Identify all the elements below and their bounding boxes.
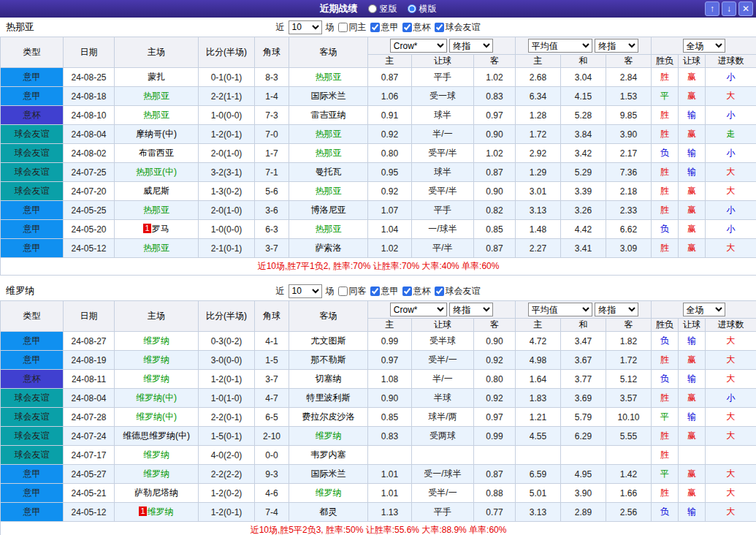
home-team-name[interactable]: 维罗纳 [143,373,169,384]
away-team-name[interactable]: 韦罗内塞 [311,449,346,460]
odds-stage-select[interactable]: 终指 [449,303,493,316]
col-odds-home: 主 [368,319,412,332]
home-team-name[interactable]: 维罗纳 [143,335,169,346]
result-wdl: 胜 [652,125,679,144]
serie-a-checkbox[interactable] [370,23,380,32]
match-row: 意甲24-08-18热那亚2-2(1-1)1-4国际米兰1.06受一球0.836… [1,87,756,106]
away-team-name[interactable]: 热那亚 [316,129,342,139]
corner-count: 4-1 [255,332,289,351]
same-venue-filter[interactable]: 同主 [338,21,367,34]
scroll-down-icon[interactable]: ↓ [722,1,736,16]
home-team-name[interactable]: 威尼斯 [143,186,169,196]
away-team-cell: 国际米兰 [289,87,368,106]
matches-table: 类型 日期 主场 比分(半场) 角球 客场 Crow* 终指 平均值 终指 全场 [0,37,756,276]
away-team-name[interactable]: 国际米兰 [311,91,346,101]
rank-badge: 1 [139,506,146,516]
horizontal-radio-input[interactable] [408,4,416,13]
bookmaker-select[interactable]: Crow* [390,39,447,53]
layout-horizontal-radio[interactable]: 横版 [408,3,437,15]
away-team-name[interactable]: 特里波利斯 [307,392,351,403]
league-filter-coppa[interactable]: 意杯 [402,285,431,297]
home-team-name[interactable]: 维罗纳(中) [136,411,177,422]
home-team-name[interactable]: 维罗纳(中) [136,392,177,403]
home-team-name[interactable]: 维罗纳 [143,354,169,365]
home-team-cell: 维罗纳(中) [115,408,199,427]
avg-draw: 3.47 [561,332,606,351]
fulltime-select[interactable]: 全场 [683,39,725,53]
bookmaker-select[interactable]: Crow* [390,303,447,316]
away-team-name[interactable]: 博洛尼亚 [311,205,346,215]
average-select[interactable]: 平均值 [528,39,592,53]
home-team-name[interactable]: 维罗纳 [143,449,169,460]
friendly-checkbox[interactable] [435,287,444,296]
match-date: 24-05-20 [64,220,115,239]
coppa-checkbox[interactable] [402,287,412,296]
result-wdl: 胜 [652,163,679,182]
home-team-name[interactable]: 维罗纳 [143,468,169,479]
coppa-checkbox[interactable] [402,23,412,32]
away-team-name[interactable]: 维罗纳 [316,430,342,441]
home-team-name[interactable]: 热那亚(中) [136,167,177,177]
corner-count: 0-0 [255,446,289,465]
vertical-radio-input[interactable] [368,4,377,13]
league-filter-friendly[interactable]: 球会友谊 [435,21,481,34]
match-count-select[interactable]: 10 [289,284,322,298]
away-team-name[interactable]: 雷吉亚纳 [311,110,346,120]
same-venue-checkbox[interactable] [338,287,348,296]
home-team-name[interactable]: 萨勒尼塔纳 [134,487,178,498]
home-team-name[interactable]: 摩纳哥(中) [136,129,177,139]
corner-count: 4-7 [255,389,289,408]
league-filter-coppa[interactable]: 意杯 [402,21,431,34]
away-team-name[interactable]: 都灵 [320,506,337,517]
avg-stage-select[interactable]: 终指 [595,39,638,53]
friendly-checkbox[interactable] [435,23,444,32]
away-team-name[interactable]: 切塞纳 [316,373,342,384]
away-team-name[interactable]: 费拉尔皮沙洛 [302,411,355,422]
home-team-name[interactable]: 热那亚 [143,91,169,101]
away-team-name[interactable]: 维罗纳 [316,487,342,498]
away-team-name[interactable]: 热那亚 [316,186,342,196]
away-team-name[interactable]: 国际米兰 [311,468,346,479]
league-filter-friendly[interactable]: 球会友谊 [435,285,481,297]
away-team-name[interactable]: 热那亚 [316,148,342,158]
match-score: 3-2(3-1) [199,163,255,182]
away-team-name[interactable]: 萨索洛 [316,243,342,253]
match-score: 1-2(0-1) [199,125,255,144]
match-date: 24-05-12 [64,503,115,522]
same-venue-filter[interactable]: 同客 [338,285,367,297]
home-team-name[interactable]: 蒙扎 [148,72,165,82]
away-team-name[interactable]: 那不勒斯 [311,354,346,365]
result-goals: 大 [706,239,756,258]
away-team-name[interactable]: 热那亚 [316,224,342,234]
home-team-name[interactable]: 热那亚 [143,110,169,120]
avg-draw: 3.69 [561,389,606,408]
home-team-name[interactable]: 热那亚 [143,205,169,215]
league-filter-serie-a[interactable]: 意甲 [370,21,399,34]
fulltime-select[interactable]: 全场 [683,303,725,316]
home-team-name[interactable]: 维德思维罗纳(中) [123,430,190,441]
away-team-name[interactable]: 热那亚 [316,72,342,82]
average-select[interactable]: 平均值 [528,303,592,316]
avg-draw: 4.95 [561,465,606,484]
league-filter-serie-a[interactable]: 意甲 [370,285,399,297]
avg-stage-select[interactable]: 终指 [595,303,638,316]
home-team-name[interactable]: 热那亚 [143,243,169,253]
match-count-select[interactable]: 10 [289,20,322,34]
match-score: 1-3(0-2) [199,182,255,201]
result-goals: 小 [706,220,756,239]
odds-away: 0.97 [474,106,516,125]
home-team-name[interactable]: 维罗纳 [148,506,174,517]
odds-handicap: 受半球 [412,332,474,351]
close-icon[interactable]: ✕ [738,1,753,16]
odds-stage-select[interactable]: 终指 [449,39,493,53]
away-team-name[interactable]: 曼托瓦 [316,167,342,177]
home-team-name[interactable]: 罗马 [152,224,169,234]
layout-vertical-radio[interactable]: 竖版 [368,3,397,15]
home-team-name[interactable]: 布雷西亚 [139,148,174,158]
scroll-up-icon[interactable]: ↑ [705,1,719,16]
away-team-name[interactable]: 尤文图斯 [311,335,346,346]
match-score: 2-0(1-0) [199,201,255,220]
serie-a-checkbox[interactable] [370,287,380,296]
same-venue-checkbox[interactable] [338,23,348,32]
match-type: 球会友谊 [1,125,64,144]
